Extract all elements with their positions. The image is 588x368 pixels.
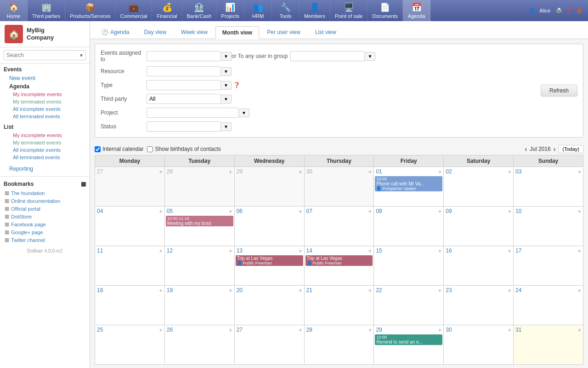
status-input[interactable] (147, 121, 220, 132)
nav-agenda[interactable]: 📅 Agenda (403, 0, 430, 21)
tab-list[interactable]: List view (308, 26, 343, 39)
day-number[interactable]: 10 (515, 208, 521, 214)
status-arrow[interactable]: ▼ (220, 122, 232, 131)
my-incomplete-events-agenda[interactable]: My incomplete events (4, 91, 86, 98)
add-event-button[interactable]: + (438, 327, 442, 333)
nav-products[interactable]: 📦 Products/Services (65, 0, 116, 21)
nav-home[interactable]: 🏠 Home (0, 0, 28, 21)
add-event-button[interactable]: + (159, 327, 163, 333)
type-help-icon[interactable]: ❓ (233, 82, 240, 88)
day-number[interactable]: 29 (376, 327, 382, 333)
day-number[interactable]: 28 (167, 168, 173, 175)
nav-pos[interactable]: 🖥️ Point of sale (330, 0, 368, 21)
day-number[interactable]: 24 (515, 287, 521, 293)
day-number[interactable]: 13 (237, 247, 243, 254)
bookmark-facebook[interactable]: ▦ Facebook page (0, 220, 90, 228)
add-event-button[interactable]: + (368, 248, 372, 254)
add-event-button[interactable]: + (159, 169, 163, 175)
type-input[interactable] (147, 80, 220, 90)
day-number[interactable]: 12 (167, 247, 173, 254)
add-event-button[interactable]: + (368, 288, 372, 293)
add-event-button[interactable]: + (229, 248, 232, 254)
third-party-arrow[interactable]: ▼ (220, 95, 232, 104)
nav-financial[interactable]: 💰 Financial (152, 0, 182, 21)
next-month-button[interactable]: › (554, 145, 556, 153)
nav-documents[interactable]: 📄 Documents (368, 0, 403, 21)
prev-month-button[interactable]: ‹ (525, 145, 527, 153)
all-terminated-events-list[interactable]: All terminated events (4, 154, 86, 161)
calendar-event[interactable]: 10:00Remind to send an e... (375, 334, 442, 345)
add-event-button[interactable]: + (368, 169, 372, 175)
print-icon[interactable]: 🖨️ (556, 8, 562, 14)
calendar-event[interactable]: Trip at Las Vegas👤Public Freeman (236, 255, 303, 266)
day-number[interactable]: 30 (446, 327, 452, 333)
day-number[interactable]: 02 (446, 168, 452, 175)
tab-user[interactable]: Per user view (260, 26, 307, 39)
nav-commercial[interactable]: 💼 Commercial (116, 0, 153, 21)
calendar-event[interactable]: 10:00Phone call with Mr Va...👤Prospector… (375, 176, 442, 191)
search-input[interactable] (4, 51, 77, 60)
bookmark-foundation[interactable]: ▦ The foundation (0, 189, 90, 197)
day-number[interactable]: 22 (376, 287, 382, 293)
add-event-button[interactable]: + (577, 208, 581, 214)
project-input[interactable] (147, 108, 238, 118)
add-event-button[interactable]: + (508, 288, 511, 293)
birthdays-checkbox[interactable] (147, 146, 153, 152)
or-group-input[interactable] (290, 51, 364, 61)
nav-projects[interactable]: 📊 Projects (216, 0, 244, 21)
add-event-button[interactable]: + (299, 208, 302, 214)
my-incomplete-events-list[interactable]: My incomplete events (4, 132, 86, 139)
search-dropdown-arrow[interactable]: ▼ (77, 52, 85, 59)
bookmark-dolistore[interactable]: ▦ DoliStore (0, 213, 90, 220)
add-event-button[interactable]: + (299, 327, 302, 333)
all-terminated-events-agenda[interactable]: All terminated events (4, 113, 86, 120)
type-arrow[interactable]: ▼ (220, 81, 232, 90)
add-event-button[interactable]: + (299, 248, 302, 254)
add-event-button[interactable]: + (438, 288, 442, 293)
day-number[interactable]: 16 (446, 247, 452, 254)
add-event-button[interactable]: + (229, 169, 232, 175)
day-number[interactable]: 04 (97, 208, 103, 214)
help-icon[interactable]: ❓ (566, 8, 572, 14)
tab-day[interactable]: Day view (137, 26, 173, 39)
day-number[interactable]: 20 (237, 287, 243, 293)
bookmark-twitter[interactable]: ▦ Twitter channel (0, 236, 90, 244)
day-number[interactable]: 27 (97, 168, 103, 175)
add-event-button[interactable]: + (159, 288, 163, 293)
nav-third-parties[interactable]: 🏢 Third parties (28, 0, 65, 21)
new-event-link[interactable]: New event (4, 74, 86, 82)
all-incomplete-events-agenda[interactable]: All incomplete events (4, 105, 86, 113)
day-number[interactable]: 29 (237, 168, 243, 175)
day-number[interactable]: 01 (376, 168, 382, 175)
bookmark-official[interactable]: ▦ Official portal (0, 205, 90, 213)
day-number[interactable]: 28 (306, 327, 312, 333)
day-number[interactable]: 11 (97, 247, 103, 254)
tab-week[interactable]: Week view (174, 26, 215, 39)
add-event-button[interactable]: + (229, 288, 232, 293)
add-event-button[interactable]: + (577, 288, 581, 293)
add-event-button[interactable]: + (508, 208, 511, 214)
calendar-event[interactable]: 10:00-11:19Meeting with my boss (166, 216, 233, 226)
add-event-button[interactable]: + (159, 248, 163, 254)
tab-month[interactable]: Month view (215, 26, 259, 39)
bookmark-google[interactable]: ▦ Google+ page (0, 228, 90, 236)
add-event-button[interactable]: + (577, 248, 581, 254)
add-event-button[interactable]: + (299, 288, 302, 293)
day-number[interactable]: 23 (446, 287, 452, 293)
today-button[interactable]: (Today) (558, 145, 583, 153)
my-terminated-events-agenda[interactable]: My terminated events (4, 98, 86, 105)
add-event-button[interactable]: + (368, 327, 372, 333)
add-event-button[interactable]: + (508, 169, 511, 175)
day-number[interactable]: 03 (515, 168, 521, 175)
add-event-button[interactable]: + (577, 327, 581, 333)
add-event-button[interactable]: + (438, 169, 442, 175)
calendar-event[interactable]: Trip at Las Vegas👤Public Freeman (305, 255, 373, 266)
day-number[interactable]: 27 (237, 327, 243, 333)
refresh-button[interactable]: Refresh (541, 85, 577, 97)
day-number[interactable]: 18 (97, 287, 103, 293)
bookmark-online-doc[interactable]: ▦ Online documentation (0, 197, 90, 205)
day-number[interactable]: 26 (167, 327, 173, 333)
add-event-button[interactable]: + (159, 208, 163, 214)
day-number[interactable]: 05 (167, 208, 173, 214)
nav-hrm[interactable]: 👥 HRM (244, 0, 272, 21)
